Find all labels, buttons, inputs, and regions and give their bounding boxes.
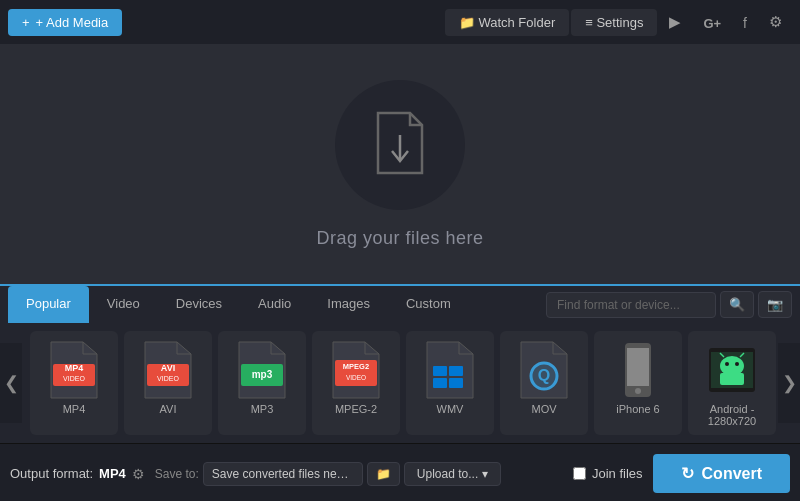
format-mpeg2[interactable]: MPEG2 VIDEO MPEG-2 [312,331,400,435]
format-avi-icon: AVI VIDEO [139,341,197,399]
output-format-label: Output format: [10,466,93,481]
top-bar: + + Add Media 📁 Watch Folder ≡ Settings … [0,0,800,44]
drop-area[interactable]: Drag your files here [0,44,800,284]
format-search: 🔍 📷 [546,291,792,318]
file-drop-icon [370,109,430,181]
save-to-section: Save to: Save converted files next to th… [155,462,501,486]
format-mp3[interactable]: mp3 MP3 [218,331,306,435]
format-mp4[interactable]: MP4 VIDEO MP4 [30,331,118,435]
watch-folder-button[interactable]: 📁 Watch Folder [445,9,569,36]
facebook-icon-button[interactable]: f [733,8,757,37]
search-button[interactable]: 🔍 [720,291,754,318]
formats-grid: MP4 VIDEO MP4 AVI VIDEO AVI [22,323,778,443]
format-mov-label: MOV [531,403,556,415]
convert-icon: ↻ [681,464,694,483]
format-iphone6-icon [609,341,667,399]
save-to-value: Save converted files next to the o [212,467,363,481]
format-mp3-label: MP3 [251,403,274,415]
watch-folder-label: 📁 Watch Folder [459,15,555,30]
svg-text:VIDEO: VIDEO [63,375,85,382]
svg-text:VIDEO: VIDEO [346,374,366,381]
format-iphone6[interactable]: iPhone 6 [594,331,682,435]
bottom-bar: Output format: MP4 ⚙ Save to: Save conve… [0,443,800,501]
tab-custom[interactable]: Custom [388,286,469,323]
search-icon: 🔍 [729,297,745,312]
formats-wrapper: ❮ MP4 VIDEO MP4 [0,323,800,443]
tab-audio[interactable]: Audio [240,286,309,323]
save-to-label: Save to: [155,467,199,481]
svg-rect-29 [720,373,744,385]
folder-icon: 📁 [376,467,391,481]
settings-label: ≡ Settings [585,15,643,30]
drop-circle [335,80,465,210]
gear-icon: ⚙ [769,13,782,30]
format-section: Popular Video Devices Audio Images Custo… [0,284,800,443]
format-android-icon [703,341,761,399]
format-mpeg2-label: MPEG-2 [335,403,377,415]
svg-point-21 [635,388,641,394]
scan-button[interactable]: 📷 [758,291,792,318]
format-wmv[interactable]: WMV [406,331,494,435]
svg-text:VIDEO: VIDEO [157,375,179,382]
format-mov-icon: Q [515,341,573,399]
tab-devices[interactable]: Devices [158,286,240,323]
svg-rect-13 [449,366,463,376]
add-icon: + [22,15,30,30]
format-wmv-icon [421,341,479,399]
format-mp3-icon: mp3 [233,341,291,399]
youtube-icon: ▶ [669,13,681,30]
format-mov[interactable]: Q MOV [500,331,588,435]
upload-dropdown-arrow: ▾ [482,467,488,481]
add-media-label: + Add Media [36,15,109,30]
format-mpeg2-icon: MPEG2 VIDEO [327,341,385,399]
svg-text:Q: Q [538,367,550,384]
tab-popular[interactable]: Popular [8,286,89,323]
svg-rect-14 [433,378,447,388]
convert-button[interactable]: ↻ Convert [653,454,790,493]
join-files-label[interactable]: Join files [573,466,643,481]
add-media-button[interactable]: + + Add Media [8,9,122,36]
save-to-dropdown[interactable]: Save converted files next to the o ▾ [203,462,363,486]
gplus-icon: G+ [703,16,721,31]
settings-button[interactable]: ≡ Settings [571,9,657,36]
format-avi-label: AVI [160,403,177,415]
facebook-icon: f [743,15,747,31]
format-android-label: Android - 1280x720 [696,403,768,427]
svg-text:AVI: AVI [161,363,175,373]
svg-text:MPEG2: MPEG2 [343,362,369,371]
format-avi[interactable]: AVI VIDEO AVI [124,331,212,435]
format-android[interactable]: Android - 1280x720 [688,331,776,435]
join-files-text: Join files [592,466,643,481]
output-format: Output format: MP4 ⚙ [10,466,145,482]
svg-text:mp3: mp3 [252,369,273,380]
browse-folder-button[interactable]: 📁 [367,462,400,486]
format-iphone6-label: iPhone 6 [616,403,659,415]
search-input[interactable] [546,292,716,318]
format-mp4-label: MP4 [63,403,86,415]
format-mp4-icon: MP4 VIDEO [45,341,103,399]
output-settings-button[interactable]: ⚙ [132,466,145,482]
svg-point-25 [725,362,729,366]
gear-icon-button[interactable]: ⚙ [759,7,792,37]
nav-next-button[interactable]: ❯ [778,343,800,423]
output-format-value: MP4 [99,466,126,481]
output-gear-icon: ⚙ [132,466,145,482]
scan-icon: 📷 [767,297,783,312]
svg-rect-20 [627,348,649,386]
top-bar-right: 📁 Watch Folder ≡ Settings ▶ G+ f ⚙ [445,7,792,37]
format-wmv-label: WMV [437,403,464,415]
upload-label: Upload to... [417,467,478,481]
join-files-checkbox[interactable] [573,467,586,480]
youtube-icon-button[interactable]: ▶ [659,7,691,37]
tab-images[interactable]: Images [309,286,388,323]
convert-label: Convert [702,465,762,483]
tab-video[interactable]: Video [89,286,158,323]
svg-point-26 [735,362,739,366]
nav-prev-button[interactable]: ❮ [0,343,22,423]
upload-dropdown[interactable]: Upload to... ▾ [404,462,501,486]
tabs-row: Popular Video Devices Audio Images Custo… [0,286,800,323]
svg-text:MP4: MP4 [65,363,84,373]
drop-text: Drag your files here [316,228,483,249]
svg-rect-12 [433,366,447,376]
gplus-icon-button[interactable]: G+ [693,8,731,37]
